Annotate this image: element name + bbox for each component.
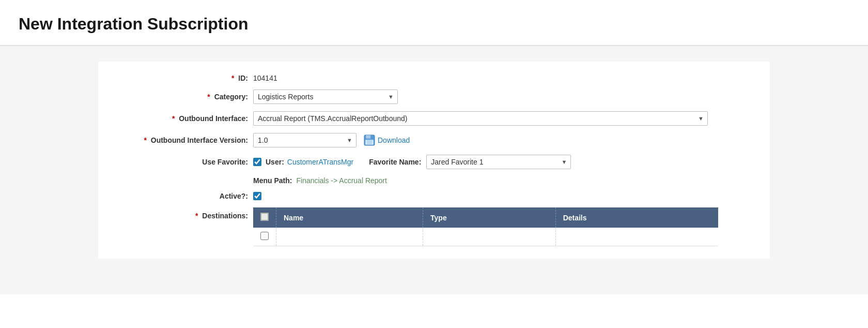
row-name-cell — [276, 228, 423, 246]
id-row: * ID: 104141 — [119, 74, 749, 82]
table-row — [253, 228, 718, 246]
destinations-table-body — [253, 228, 718, 246]
page-title: New Integration Subscription — [19, 14, 849, 34]
favorite-name-select[interactable]: Jared Favorite 1 Jared Favorite 2 — [426, 155, 571, 169]
destinations-header-checkbox[interactable] — [260, 213, 269, 221]
outbound-interface-select[interactable]: Accrual Report (TMS.AccrualReportOutboun… — [253, 111, 708, 126]
version-required-star: * — [144, 136, 146, 144]
menu-path-label: Menu Path: — [253, 176, 292, 185]
row-checkbox-cell — [253, 228, 276, 246]
category-required-star: * — [207, 93, 210, 101]
svg-rect-2 — [370, 136, 371, 138]
active-checkbox[interactable] — [253, 192, 261, 200]
download-label: Download — [378, 136, 410, 144]
outbound-version-label: * Outbound Interface Version: — [119, 136, 253, 144]
destinations-table: Name Type Details — [253, 207, 718, 246]
destinations-header-name: Name — [276, 207, 423, 228]
menu-path-row: Menu Path: Financials -> Accrual Report — [119, 176, 749, 185]
favorite-name-select-wrapper: Jared Favorite 1 Jared Favorite 2 — [426, 155, 571, 169]
active-row: Active?: — [119, 192, 749, 200]
destinations-table-container: Name Type Details — [253, 207, 718, 246]
row-details-cell — [555, 228, 718, 246]
use-favorite-label: Use Favorite: — [119, 158, 253, 166]
form-inner: * ID: 104141 * Category: Logistics Repor… — [98, 62, 770, 259]
destinations-header-details: Details — [555, 207, 718, 228]
page-header: New Integration Subscription — [0, 0, 868, 46]
category-row: * Category: Logistics Reports Financial … — [119, 90, 749, 104]
download-button[interactable]: Download — [364, 135, 410, 146]
destinations-header-row: Name Type Details — [253, 207, 718, 228]
version-select-wrapper: 1.0 1.1 2.0 — [253, 133, 357, 147]
active-content — [253, 192, 266, 200]
destinations-table-header: Name Type Details — [253, 207, 718, 228]
user-label: User: — [266, 158, 287, 166]
use-favorite-row: Use Favorite: User: CustomerATransMgr Fa… — [119, 155, 749, 169]
form-container: * ID: 104141 * Category: Logistics Repor… — [0, 46, 868, 294]
version-select[interactable]: 1.0 1.1 2.0 — [253, 133, 357, 147]
use-favorite-checkbox[interactable] — [253, 158, 261, 166]
category-label: * Category: — [119, 93, 253, 101]
destinations-section: * Destinations: Name Type Details — [119, 207, 749, 246]
use-favorite-content: User: CustomerATransMgr Favorite Name: J… — [253, 155, 571, 169]
id-required-star: * — [231, 74, 234, 82]
id-value: 104141 — [253, 74, 277, 82]
row-type-cell — [423, 228, 556, 246]
active-label: Active?: — [119, 192, 253, 200]
user-link[interactable]: CustomerATransMgr — [287, 158, 353, 166]
outbound-version-row: * Outbound Interface Version: 1.0 1.1 2.… — [119, 133, 749, 147]
destinations-label: * Destinations: — [119, 207, 253, 220]
outbound-interface-label: * Outbound Interface: — [119, 114, 253, 123]
svg-rect-1 — [366, 135, 371, 139]
destinations-header-checkbox-col — [253, 207, 276, 228]
destinations-required-star: * — [195, 212, 198, 220]
menu-path-value: Financials -> Accrual Report — [296, 176, 386, 185]
destinations-header-type: Type — [423, 207, 556, 228]
menu-path-content: Menu Path: Financials -> Accrual Report — [253, 176, 387, 185]
row-checkbox[interactable] — [260, 232, 269, 240]
category-select[interactable]: Logistics Reports Financial Reports Oper… — [253, 90, 398, 104]
outbound-required-star: * — [172, 114, 175, 123]
svg-rect-4 — [367, 140, 372, 144]
outbound-interface-select-wrapper: Accrual Report (TMS.AccrualReportOutboun… — [253, 111, 708, 126]
id-label: * ID: — [119, 74, 253, 82]
download-floppy-icon — [364, 135, 375, 146]
category-select-wrapper: Logistics Reports Financial Reports Oper… — [253, 90, 398, 104]
favorite-name-label: Favorite Name: — [369, 158, 421, 166]
outbound-interface-row: * Outbound Interface: Accrual Report (TM… — [119, 111, 749, 126]
